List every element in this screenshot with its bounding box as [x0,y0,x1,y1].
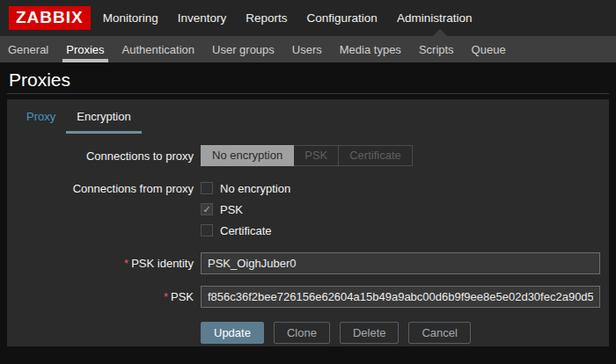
update-button[interactable]: Update [201,322,264,344]
menu-item-inventory[interactable]: Inventory [178,11,227,25]
checkbox-psk[interactable]: ✓ PSK [201,199,600,220]
main-menu: Monitoring Inventory Reports Configurati… [103,11,473,25]
subnav-item-users[interactable]: Users [292,36,322,62]
form-button-row: Update Clone Delete Cancel [201,322,600,344]
subnav-item-user-groups[interactable]: User groups [212,36,275,62]
page-body: Proxies Proxy Encryption Connections to … [0,70,616,346]
connections-to-proxy-radio-group: No encryption PSK Certificate [201,145,413,166]
checkbox-no-encryption[interactable]: No encryption [201,178,600,199]
radio-certificate[interactable]: Certificate [339,145,413,166]
cancel-button[interactable]: Cancel [408,322,470,344]
tab-encryption[interactable]: Encryption [66,99,141,134]
subnav-item-proxies[interactable]: Proxies [66,36,104,62]
row-psk-identity: *PSK identity [7,252,609,274]
required-asterisk: * [164,290,168,303]
connections-from-proxy-label: Connections from proxy [7,178,201,241]
checkbox-no-encryption-label: No encryption [220,182,290,195]
psk-label: PSK [171,290,194,303]
zabbix-logo[interactable]: ZABBIX [9,6,91,30]
menu-item-reports[interactable]: Reports [246,11,287,25]
subnav-item-media-types[interactable]: Media types [340,36,401,62]
subnav-item-authentication[interactable]: Authentication [122,36,194,62]
row-psk: *PSK [7,286,609,308]
subnav-item-general[interactable]: General [8,36,48,62]
subnav-item-scripts[interactable]: Scripts [419,36,454,62]
row-connections-from-proxy: Connections from proxy No encryption ✓ P… [7,178,609,241]
checkmark-icon: ✓ [201,203,213,215]
proxy-form: Proxy Encryption Connections to proxy No… [7,99,609,346]
delete-button[interactable]: Delete [340,322,400,344]
checkbox-unchecked-icon [201,182,213,194]
page-title: Proxies [9,70,609,90]
checkbox-unchecked-icon [201,224,213,237]
encryption-form-body: Connections to proxy No encryption PSK C… [7,134,609,344]
title-divider [7,93,609,94]
psk-identity-label: PSK identity [131,257,194,270]
checkbox-certificate[interactable]: Certificate [201,220,600,241]
form-tabs: Proxy Encryption [7,99,609,134]
tab-proxy[interactable]: Proxy [16,99,66,134]
checkbox-certificate-label: Certificate [220,224,272,237]
row-buttons: Update Clone Delete Cancel [7,319,609,344]
clone-button[interactable]: Clone [274,322,330,344]
top-bar: ZABBIX Monitoring Inventory Reports Conf… [0,0,616,36]
menu-item-monitoring[interactable]: Monitoring [103,11,158,25]
row-connections-to-proxy: Connections to proxy No encryption PSK C… [7,145,609,166]
admin-sub-menu: General Proxies Authentication User grou… [0,36,616,62]
psk-identity-input[interactable] [201,252,600,274]
menu-item-configuration[interactable]: Configuration [307,11,378,25]
subnav-item-queue[interactable]: Queue [472,36,506,62]
psk-input[interactable] [201,286,600,308]
checkbox-psk-label: PSK [220,203,243,216]
radio-psk[interactable]: PSK [294,145,339,166]
required-asterisk: * [124,257,128,270]
connections-to-proxy-label: Connections to proxy [7,145,201,166]
caret-up-icon [433,29,447,36]
radio-no-encryption[interactable]: No encryption [201,145,294,166]
menu-item-administration[interactable]: Administration [397,11,473,25]
